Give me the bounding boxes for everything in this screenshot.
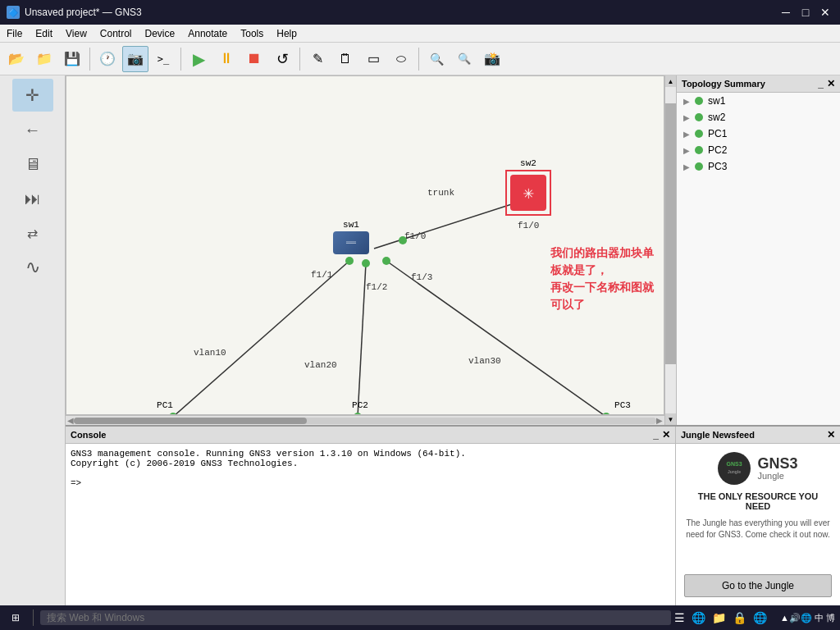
topology-item-sw1[interactable]: ▶ sw1 — [677, 93, 840, 109]
sw2-label: sw2 — [520, 158, 536, 168]
topology-close[interactable]: ✕ — [827, 78, 835, 89]
svg-text:f1/2: f1/2 — [366, 282, 387, 292]
menu-annotate[interactable]: Annotate — [181, 26, 234, 41]
sw2-topo-label: sw2 — [708, 112, 725, 123]
vscroll-track — [665, 87, 676, 413]
vscroll-thumb[interactable] — [665, 103, 676, 364]
scroll-right-btn[interactable]: ▶ — [656, 416, 663, 425]
jungle-header: Jungle Newsfeed ✕ — [676, 427, 840, 444]
edit-button[interactable]: ✎ — [304, 46, 331, 72]
open-folder-button[interactable]: 📂 — [3, 46, 30, 72]
scroll-left-btn[interactable]: ◀ — [67, 416, 74, 425]
topology-item-pc2[interactable]: ▶ PC2 — [677, 142, 840, 158]
close-button[interactable]: ✕ — [817, 4, 833, 21]
sidebar-move-icon[interactable]: ✛ — [12, 79, 53, 112]
zoom-in-button[interactable]: 🔍 — [423, 46, 450, 72]
jungle-headline: THE ONLY RESOURCE YOU NEED — [684, 491, 832, 511]
taskbar-icon-1[interactable]: ☰ — [674, 611, 685, 624]
zoom-out-button[interactable]: 🔍 — [451, 46, 477, 72]
taskbar-time: ▲🔊🌐 中 博 — [780, 612, 835, 624]
sw1-node[interactable]: sw1 — [333, 220, 369, 254]
sidebar-snake-icon[interactable]: ∿ — [12, 251, 53, 284]
menu-view[interactable]: View — [59, 26, 94, 41]
history-button[interactable]: 🕐 — [94, 46, 121, 72]
jungle-goto-button[interactable]: Go to the Jungle — [684, 574, 832, 597]
run-button[interactable]: ▶ — [185, 46, 212, 72]
menu-tools[interactable]: Tools — [234, 26, 270, 41]
title-bar: 🔷 Unsaved project* — GNS3 ─ □ ✕ — [0, 0, 840, 25]
sw2-highlight: ✳ — [505, 170, 551, 216]
sidebar-skip-icon[interactable]: ⏭ — [12, 182, 53, 215]
pc3-status-dot — [695, 162, 703, 171]
search-input[interactable] — [40, 610, 671, 625]
pc2-arrow: ▶ — [683, 146, 690, 155]
menu-control[interactable]: Control — [94, 26, 139, 41]
rect-button[interactable]: ▭ — [360, 46, 386, 72]
taskbar-icon-4[interactable]: 🔒 — [733, 611, 746, 624]
vscroll-down-btn[interactable]: ▼ — [665, 413, 676, 425]
screenshot-button[interactable]: 📷 — [122, 46, 148, 72]
pause-button[interactable]: ⏸ — [213, 46, 240, 72]
pc1-arrow: ▶ — [683, 130, 690, 139]
stop-button[interactable]: ⏹ — [241, 46, 267, 72]
camera-button[interactable]: 📸 — [479, 46, 505, 72]
svg-text:GNS3: GNS3 — [727, 461, 742, 467]
ellipse-button[interactable]: ⬭ — [388, 46, 414, 72]
jungle-content: GNS3 Jungle GNS3 Jungle THE ONLY RESOURC… — [676, 444, 840, 605]
console-output: GNS3 management console. Running GNS3 ve… — [66, 444, 675, 605]
sw2-node[interactable]: sw2 ✳ — [505, 158, 551, 216]
network-canvas[interactable]: trunk f1/0 f1/0 f1/1 f1/2 f1/3 vlan10 — [66, 75, 664, 415]
console-controls: _ ✕ — [653, 429, 670, 441]
console-minimize[interactable]: _ — [653, 429, 659, 441]
pc2-topo-label: PC2 — [708, 144, 727, 156]
canvas-hscrollbar[interactable]: ◀ ▶ — [66, 415, 664, 425]
svg-point-7 — [362, 259, 370, 267]
minimize-button[interactable]: ─ — [778, 4, 794, 21]
pc3-node[interactable]: PC3 🖥 e0 192.168.10.30/24 — [583, 400, 662, 415]
jungle-svg-logo: GNS3 Jungle — [721, 455, 747, 482]
topology-item-sw2[interactable]: ▶ sw2 — [677, 109, 840, 126]
pc2-node[interactable]: PC2 🖥 e0 192.168.10.20/24 — [321, 400, 399, 415]
jungle-close[interactable]: ✕ — [827, 429, 835, 441]
topology-item-pc3[interactable]: ▶ PC3 — [677, 158, 840, 175]
menu-edit[interactable]: Edit — [29, 26, 59, 41]
canvas-vscrollbar[interactable]: ▲ ▼ — [664, 75, 676, 425]
left-sidebar: ✛ ← 🖥 ⏭ ⇄ ∿ — [0, 75, 66, 605]
svg-text:trunk: trunk — [427, 188, 454, 198]
reload-button[interactable]: ↺ — [269, 46, 295, 72]
menu-help[interactable]: Help — [270, 26, 304, 41]
sidebar-monitor-icon[interactable]: 🖥 — [12, 148, 53, 180]
taskbar-icon-2[interactable]: 🌐 — [692, 611, 705, 624]
window-title: Unsaved project* — GNS3 — [25, 7, 142, 18]
save-button[interactable]: 💾 — [59, 46, 85, 72]
scroll-thumb[interactable] — [74, 418, 307, 424]
topology-item-pc1[interactable]: ▶ PC1 — [677, 126, 840, 142]
sw1-topo-label: sw1 — [708, 95, 725, 107]
note-button[interactable]: 🗒 — [332, 46, 358, 72]
topology-minimize[interactable]: _ — [818, 78, 824, 89]
pc3-topo-label: PC3 — [708, 161, 727, 172]
top-section: trunk f1/0 f1/0 f1/1 f1/2 f1/3 vlan10 — [66, 75, 840, 425]
toolbar: 📂 📁 💾 🕐 📷 >_ ▶ ⏸ ⏹ ↺ ✎ 🗒 ▭ ⬭ 🔍 🔍 📸 — [0, 43, 840, 75]
menu-device[interactable]: Device — [139, 26, 182, 41]
menu-file[interactable]: File — [0, 26, 29, 41]
sidebar-back-icon[interactable]: ← — [12, 113, 53, 146]
toolbar-separator-1 — [89, 48, 90, 71]
taskbar-icon-5[interactable]: 🌐 — [753, 611, 767, 624]
title-controls[interactable]: ─ □ ✕ — [778, 4, 833, 21]
vscroll-up-btn[interactable]: ▲ — [665, 75, 676, 87]
pc1-node[interactable]: PC1 🖥 e0 192.168.10.10/24 — [126, 400, 204, 415]
menu-bar: File Edit View Control Device Annotate T… — [0, 25, 840, 43]
topology-list: ▶ sw1 ▶ sw2 ▶ PC1 ▶ — [677, 93, 840, 175]
sidebar-forward-icon[interactable]: ⇄ — [12, 217, 53, 249]
taskbar-icon-3[interactable]: 📁 — [712, 611, 726, 624]
maximize-button[interactable]: □ — [797, 4, 814, 21]
svg-line-6 — [358, 263, 366, 414]
start-icon: ⊞ — [11, 612, 20, 623]
topology-title: Topology Summary — [682, 79, 765, 89]
svg-line-3 — [173, 261, 349, 414]
console-close[interactable]: ✕ — [662, 429, 670, 441]
console-button[interactable]: >_ — [150, 46, 176, 72]
open-file-button[interactable]: 📁 — [31, 46, 57, 72]
start-button[interactable]: ⊞ — [5, 610, 26, 625]
